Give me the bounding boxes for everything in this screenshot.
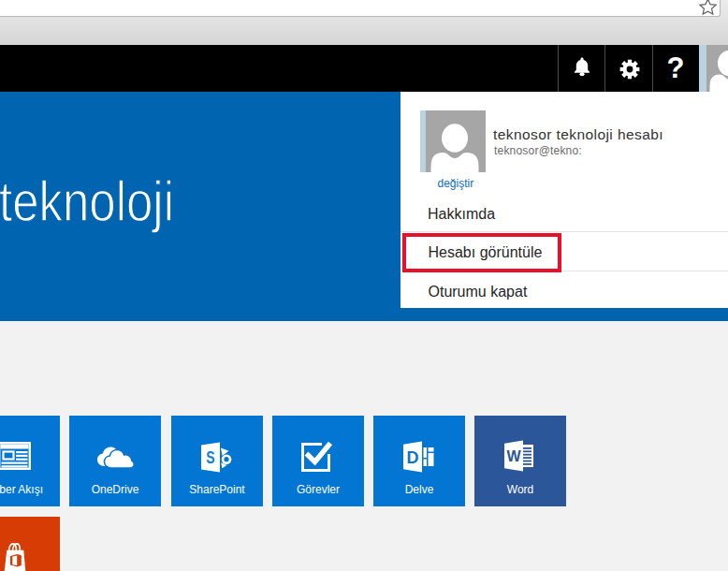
svg-text:W: W bbox=[506, 448, 521, 464]
svg-text:D: D bbox=[407, 448, 419, 467]
svg-text:S: S bbox=[206, 447, 215, 466]
